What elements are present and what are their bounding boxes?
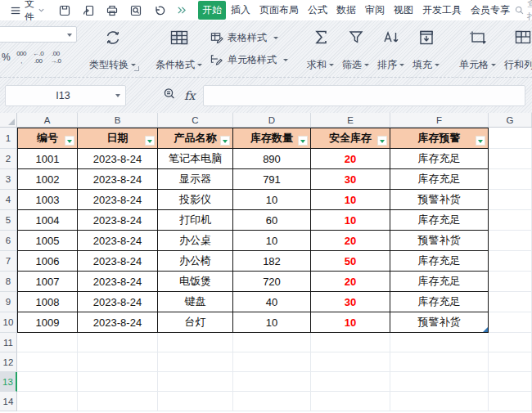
cell-E13[interactable] <box>311 372 390 392</box>
cell-B4[interactable]: 2023-8-24 <box>78 190 158 210</box>
cell-E3[interactable]: 30 <box>311 169 390 190</box>
cell-E1[interactable]: 安全库存 <box>311 128 390 149</box>
cell-C13[interactable] <box>158 372 233 392</box>
cell-C12[interactable] <box>158 352 233 372</box>
cell-D3[interactable]: 791 <box>233 169 311 190</box>
cell-D5[interactable]: 60 <box>233 210 311 231</box>
cell-C2[interactable]: 笔记本电脑 <box>158 149 233 169</box>
cell-B12[interactable] <box>78 352 158 372</box>
cell-G12[interactable] <box>489 352 532 372</box>
row-header-12[interactable]: 12 <box>0 352 17 372</box>
cell-F14[interactable] <box>390 392 489 411</box>
column-header-G[interactable]: G <box>489 113 532 127</box>
thousands-separator-icon[interactable]: 000, <box>16 50 26 65</box>
cell-A8[interactable]: 1007 <box>17 272 78 292</box>
cell-D14[interactable] <box>233 392 311 411</box>
cell-C8[interactable]: 电饭煲 <box>158 272 233 292</box>
filter-button-A1[interactable] <box>65 136 74 146</box>
row-header-1[interactable]: 1 <box>0 128 17 149</box>
cell-C9[interactable]: 键盘 <box>158 292 233 312</box>
row-header-7[interactable]: 7 <box>0 251 17 272</box>
number-format-select[interactable] <box>0 26 77 43</box>
filter-button-ribbon[interactable]: 筛选 <box>338 25 373 74</box>
cell-C4[interactable]: 投影仪 <box>158 190 233 210</box>
percent-icon[interactable]: % <box>2 50 10 65</box>
cell-C1[interactable]: 产品名称 <box>158 128 233 149</box>
cell-E7[interactable]: 50 <box>311 251 390 272</box>
cell-C6[interactable]: 办公桌 <box>158 231 233 251</box>
tab-data[interactable]: 数据 <box>332 1 360 20</box>
filter-button-C1[interactable] <box>220 136 230 146</box>
cell-style-button[interactable]: 单元格样式 <box>210 53 288 68</box>
cell-G11[interactable] <box>489 333 532 352</box>
cell-B14[interactable] <box>78 392 158 411</box>
cell-D11[interactable] <box>233 333 311 352</box>
cell-B2[interactable]: 2023-8-24 <box>78 149 158 169</box>
cell-G6[interactable] <box>489 231 532 251</box>
cell-D7[interactable]: 182 <box>233 251 311 272</box>
row-header-9[interactable]: 9 <box>0 292 17 312</box>
column-header-B[interactable]: B <box>78 113 158 127</box>
cell-A2[interactable]: 1001 <box>17 149 78 169</box>
cell-A11[interactable] <box>17 333 78 352</box>
row-header-8[interactable]: 8 <box>0 272 17 292</box>
cell-B10[interactable]: 2023-8-24 <box>78 312 158 333</box>
row-header-4[interactable]: 4 <box>0 190 17 210</box>
row-header-2[interactable]: 2 <box>0 149 17 169</box>
cell-D8[interactable]: 720 <box>233 272 311 292</box>
tab-home[interactable]: 开始 <box>198 1 226 20</box>
cell-E12[interactable] <box>311 352 390 372</box>
cell-D13[interactable] <box>233 372 311 392</box>
cell-F10[interactable]: 预警补货 <box>390 312 489 333</box>
cell-A1[interactable]: 编号 <box>17 128 78 149</box>
cell-G3[interactable] <box>489 169 532 190</box>
cell-A7[interactable]: 1006 <box>17 251 78 272</box>
decrease-decimal-icon[interactable]: ←.0.00 <box>33 50 43 65</box>
cell-F11[interactable] <box>390 333 489 352</box>
zoom-formula-icon[interactable] <box>162 87 177 105</box>
cell-F6[interactable]: 预警补货 <box>390 231 489 251</box>
tab-page-layout[interactable]: 页面布局 <box>255 1 303 20</box>
dialog-launcher-icon[interactable] <box>134 66 139 71</box>
cell-F4[interactable]: 预警补货 <box>390 190 489 210</box>
cell-A4[interactable]: 1003 <box>17 190 78 210</box>
cell-B9[interactable]: 2023-8-24 <box>78 292 158 312</box>
cell-D10[interactable]: 10 <box>233 312 311 333</box>
increase-decimal-icon[interactable]: .00→.0 <box>50 50 61 65</box>
cell-B13[interactable] <box>78 372 158 392</box>
table-style-button[interactable]: 表格样式 <box>210 31 288 46</box>
cell-G2[interactable] <box>489 149 532 169</box>
row-header-11[interactable]: 11 <box>0 333 17 352</box>
cell-G10[interactable] <box>489 312 532 333</box>
row-header-13[interactable]: 13 <box>0 372 17 392</box>
cell-F8[interactable]: 库存充足 <box>390 272 489 292</box>
save-icon[interactable] <box>58 4 71 17</box>
cell-C10[interactable]: 台灯 <box>158 312 233 333</box>
cell-E2[interactable]: 20 <box>311 149 390 169</box>
type-convert-button[interactable]: 类型转换 <box>85 25 140 74</box>
row-header-14[interactable]: 14 <box>0 392 17 411</box>
row-header-6[interactable]: 6 <box>0 231 17 251</box>
cell-D4[interactable]: 10 <box>233 190 311 210</box>
row-header-3[interactable]: 3 <box>0 169 17 190</box>
cell-B7[interactable]: 2023-8-24 <box>78 251 158 272</box>
cell-B6[interactable]: 2023-8-24 <box>78 231 158 251</box>
cell-C14[interactable] <box>158 392 233 411</box>
cell-A13[interactable] <box>17 372 78 392</box>
cell-G5[interactable] <box>489 210 532 231</box>
rows-columns-button[interactable]: 行和列 <box>500 25 532 74</box>
filter-button-E1[interactable] <box>377 136 387 146</box>
output-icon[interactable] <box>82 4 95 17</box>
cell-F3[interactable]: 库存充足 <box>390 169 489 190</box>
cell-G4[interactable] <box>489 190 532 210</box>
select-all-corner[interactable] <box>0 113 17 127</box>
cell-D2[interactable]: 890 <box>233 149 311 169</box>
sort-button[interactable]: 排序 <box>373 25 408 74</box>
filter-button-D1[interactable] <box>298 136 308 146</box>
cells-button[interactable]: 单元格 <box>455 25 500 74</box>
cell-B3[interactable]: 2023-8-24 <box>78 169 158 190</box>
column-header-C[interactable]: C <box>158 113 233 127</box>
column-header-E[interactable]: E <box>311 113 390 127</box>
tab-insert[interactable]: 插入 <box>227 1 255 20</box>
cell-E8[interactable]: 20 <box>311 272 390 292</box>
